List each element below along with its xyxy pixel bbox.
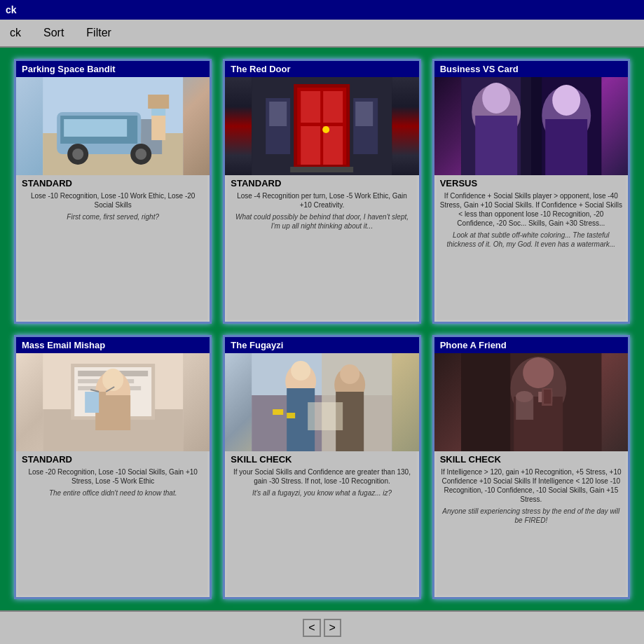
title-bar: ck <box>0 0 644 20</box>
svg-point-9 <box>135 149 146 160</box>
card-body-mass-email-mishap: Lose -20 Recognition, Lose -10 Social Sk… <box>16 466 210 598</box>
svg-rect-26 <box>355 102 373 126</box>
menu-bar: ck Sort Filter <box>0 20 644 48</box>
svg-rect-36 <box>521 77 542 175</box>
card-type-parking-space-bandit: STANDARD <box>16 175 210 190</box>
card-the-red-door[interactable]: The Red Door STANDARD Lose -4 Recognitio… <box>223 59 420 324</box>
svg-rect-47 <box>85 392 99 413</box>
prev-arrow[interactable]: < <box>303 619 320 637</box>
card-title-the-red-door: The Red Door <box>225 61 418 77</box>
card-type-the-red-door: STANDARD <box>225 175 418 190</box>
svg-rect-18 <box>323 91 343 123</box>
svg-rect-32 <box>475 116 517 175</box>
svg-rect-62 <box>287 413 295 418</box>
svg-point-69 <box>516 391 533 402</box>
card-parking-space-bandit[interactable]: Parking Space Bandit STANDARD Lose -10 R… <box>14 59 212 324</box>
svg-rect-12 <box>151 109 165 116</box>
svg-rect-19 <box>301 126 320 165</box>
card-description-phone-a-friend: If Intelligence > 120, gain +10 Recognit… <box>440 467 622 504</box>
svg-point-21 <box>322 126 329 133</box>
card-description-mass-email-mishap: Lose -20 Recognition, Lose -10 Social Sk… <box>22 467 204 486</box>
card-the-fugayzi[interactable]: The Fugayzi SKILL CHECK If your Social S… <box>223 335 420 600</box>
svg-point-58 <box>340 364 359 384</box>
card-type-phone-a-friend: SKILL CHECK <box>434 451 628 466</box>
card-flavor-phone-a-friend: Anyone still experiencing stress by the … <box>440 507 622 525</box>
card-type-business-vs-card: VERSUS <box>434 175 628 190</box>
card-title-parking-space-bandit: Parking Space Bandit <box>16 61 210 77</box>
svg-rect-17 <box>301 91 320 123</box>
card-body-business-vs-card: If Confidence + Social Skills player > o… <box>434 190 628 322</box>
card-title-the-fugayzi: The Fugayzi <box>225 337 418 353</box>
card-description-business-vs-card: If Confidence + Social Skills player > o… <box>440 191 622 228</box>
card-flavor-business-vs-card: Look at that subtle off-white coloring..… <box>440 231 622 249</box>
card-phone-a-friend[interactable]: Phone A Friend SKILL CHECK If Intelligen… <box>432 335 630 600</box>
bottom-bar: < > <box>0 610 644 644</box>
card-business-vs-card[interactable]: Business VS Card VERSUS If Confidence + … <box>432 59 630 324</box>
card-image-the-red-door <box>225 77 418 175</box>
svg-point-7 <box>72 149 83 160</box>
card-body-the-fugayzi: If your Social Skills and Confidence are… <box>225 466 418 598</box>
card-image-mass-email-mishap <box>16 353 210 451</box>
card-type-the-fugayzi: SKILL CHECK <box>225 451 418 466</box>
card-mass-email-mishap[interactable]: Mass Email Mishap STANDARD Lose -20 Reco… <box>14 335 212 600</box>
card-flavor-parking-space-bandit: First come, first served, right? <box>22 212 204 221</box>
menu-item-filter[interactable]: Filter <box>82 25 116 41</box>
svg-rect-61 <box>273 409 283 415</box>
menu-item-sort[interactable]: Sort <box>39 25 68 41</box>
svg-rect-25 <box>269 102 287 126</box>
svg-point-55 <box>291 361 310 381</box>
card-body-the-red-door: Lose -4 Recognition per turn, Lose -5 Wo… <box>225 190 418 322</box>
card-flavor-the-fugayzi: It's all a fugayzi, you know what a fuga… <box>231 488 413 498</box>
svg-point-31 <box>482 83 510 114</box>
next-arrow[interactable]: > <box>324 619 341 637</box>
card-description-the-fugayzi: If your Social Skills and Confidence are… <box>231 467 413 486</box>
svg-rect-73 <box>461 353 510 451</box>
card-description-the-red-door: Lose -4 Recognition per turn, Lose -5 Wo… <box>231 191 413 210</box>
svg-rect-4 <box>64 119 127 137</box>
svg-rect-48 <box>99 392 106 395</box>
title-text: ck <box>6 4 17 15</box>
svg-rect-35 <box>545 119 587 175</box>
main-content: Parking Space Bandit STANDARD Lose -10 R… <box>0 48 644 610</box>
svg-point-34 <box>552 85 580 116</box>
cards-grid: Parking Space Bandit STANDARD Lose -10 R… <box>14 59 630 599</box>
navigation-arrows[interactable]: < > <box>303 619 341 637</box>
svg-rect-46 <box>95 395 130 430</box>
card-title-business-vs-card: Business VS Card <box>434 61 628 77</box>
svg-point-66 <box>523 357 554 388</box>
card-body-phone-a-friend: If Intelligence > 120, gain +10 Recognit… <box>434 466 628 598</box>
svg-rect-11 <box>148 95 169 109</box>
card-type-mass-email-mishap: STANDARD <box>16 451 210 466</box>
card-flavor-mass-email-mishap: The entire office didn't need to know th… <box>22 488 204 498</box>
card-body-parking-space-bandit: Lose -10 Recognition, Lose -10 Work Ethi… <box>16 190 210 322</box>
svg-rect-72 <box>544 390 551 404</box>
card-description-parking-space-bandit: Lose -10 Recognition, Lose -10 Work Ethi… <box>22 191 204 210</box>
card-flavor-the-red-door: What could possibly be behind that door,… <box>231 212 413 231</box>
card-image-phone-a-friend <box>434 353 628 451</box>
svg-rect-60 <box>308 402 343 430</box>
card-title-mass-email-mishap: Mass Email Mishap <box>16 337 210 353</box>
card-title-phone-a-friend: Phone A Friend <box>434 337 628 353</box>
svg-rect-22 <box>290 167 353 172</box>
card-image-parking-space-bandit <box>16 77 210 175</box>
menu-item-ck[interactable]: ck <box>6 25 25 41</box>
card-image-business-vs-card <box>434 77 628 175</box>
card-image-the-fugayzi <box>225 353 418 451</box>
